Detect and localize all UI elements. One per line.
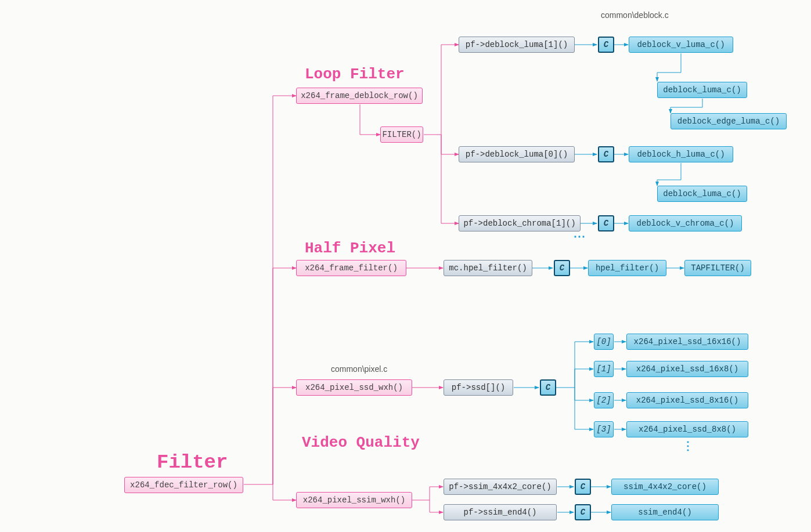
node-deblock-luma-c-1: deblock_luma_c(): [657, 82, 747, 98]
node-ssd-idx-0: [0]: [594, 334, 614, 350]
node-filter-macro: FILTER(): [380, 126, 423, 143]
node-c-ssim-end4: C: [575, 504, 591, 520]
node-pf-deblock-luma-1: pf->deblock_luma[1](): [459, 37, 575, 53]
node-c-hpel: C: [554, 260, 570, 276]
node-ssd-idx-2: [2]: [594, 392, 614, 408]
file-label-deblock: common\deblock.c: [601, 10, 669, 20]
node-ssd-16x8: x264_pixel_ssd_16x8(): [626, 361, 748, 377]
title-half-pixel: Half Pixel: [305, 240, 395, 257]
node-ssd-8x16: x264_pixel_ssd_8x16(): [626, 392, 748, 408]
ellipsis-ssd: ⋮: [682, 439, 695, 453]
node-frame-deblock-row: x264_frame_deblock_row(): [296, 88, 423, 104]
node-frame-filter: x264_frame_filter(): [296, 260, 406, 276]
node-c-ssim-core: C: [575, 479, 591, 495]
node-c-luma1: C: [598, 37, 614, 53]
node-pf-deblock-luma-0: pf->deblock_luma[0](): [459, 146, 575, 162]
node-hpel-filter: hpel_filter(): [588, 260, 666, 276]
title-filter: Filter: [157, 451, 228, 473]
title-loop-filter: Loop Filter: [305, 66, 405, 83]
node-deblock-luma-c-2: deblock_luma_c(): [657, 186, 747, 202]
node-deblock-v-luma-c: deblock_v_luma_c(): [629, 37, 733, 53]
node-pixel-ssd-wxh: x264_pixel_ssd_wxh(): [296, 379, 412, 396]
node-tapfilter: TAPFILTER(): [684, 260, 751, 276]
node-c-luma0: C: [598, 146, 614, 162]
node-ssim-core-out: ssim_4x4x2_core(): [611, 479, 719, 495]
node-deblock-h-luma-c: deblock_h_luma_c(): [629, 146, 733, 162]
node-pf-ssim-end4: pf->ssim_end4(): [444, 504, 557, 520]
node-pf-deblock-chroma-1: pf->deblock_chroma[1](): [459, 215, 581, 231]
node-pf-ssd: pf->ssd[](): [444, 379, 513, 396]
node-ssd-idx-1: [1]: [594, 361, 614, 377]
node-deblock-v-chroma-c: deblock_v_chroma_c(): [629, 215, 742, 231]
node-c-chroma1: C: [598, 215, 614, 231]
node-pixel-ssim-wxh: x264_pixel_ssim_wxh(): [296, 492, 412, 508]
node-ssd-8x8: x264_pixel_ssd_8x8(): [626, 421, 748, 437]
node-pf-ssim-core: pf->ssim_4x4x2_core(): [444, 479, 557, 495]
title-video-quality: Video Quality: [302, 434, 420, 451]
node-deblock-edge-luma-c: deblock_edge_luma_c(): [671, 113, 787, 129]
ellipsis-chroma: ⋮: [572, 231, 586, 244]
file-label-pixel: common\pixel.c: [331, 364, 387, 374]
node-c-ssd: C: [540, 379, 556, 396]
node-fdec-filter-row: x264_fdec_filter_row(): [124, 477, 243, 493]
node-ssd-16x16: x264_pixel_ssd_16x16(): [626, 334, 748, 350]
node-ssim-end4-out: ssim_end4(): [611, 504, 719, 520]
node-ssd-idx-3: [3]: [594, 421, 614, 437]
node-mc-hpel-filter: mc.hpel_filter(): [444, 260, 532, 276]
